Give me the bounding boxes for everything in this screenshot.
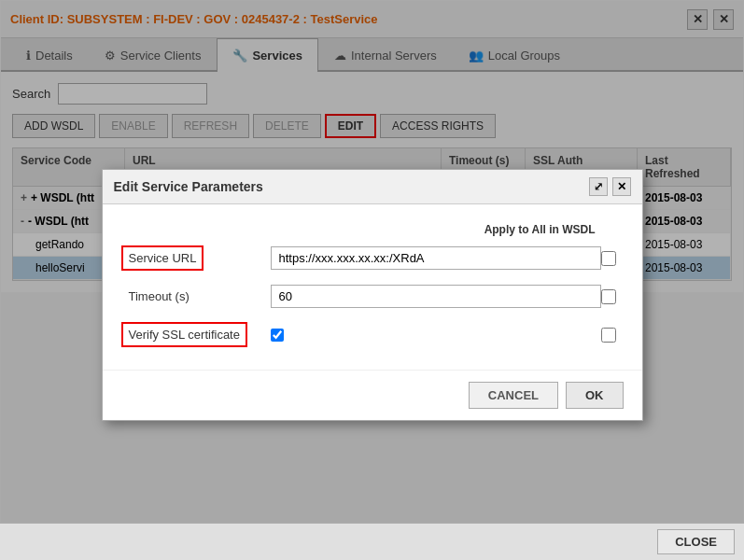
dialog-title-actions: ⤢ ✕ bbox=[589, 177, 631, 196]
service-url-input-row bbox=[271, 246, 624, 270]
timeout-label-wrapper: Timeout (s) bbox=[121, 284, 271, 309]
service-url-apply-checkbox[interactable] bbox=[601, 251, 616, 266]
ssl-row: Verify SSL certificate bbox=[121, 322, 624, 347]
timeout-label: Timeout (s) bbox=[121, 284, 197, 309]
service-url-label-wrapper: Service URL bbox=[121, 245, 271, 271]
service-url-label: Service URL bbox=[121, 245, 204, 271]
ssl-checkbox-wrapper bbox=[271, 329, 284, 342]
dialog-close-button[interactable]: ✕ bbox=[612, 177, 631, 196]
close-button[interactable]: CLOSE bbox=[657, 529, 735, 554]
service-url-row: Service URL bbox=[121, 245, 624, 271]
apply-all-header: Apply to All in WSDL bbox=[121, 223, 624, 236]
ssl-label-wrapper: Verify SSL certificate bbox=[121, 322, 271, 347]
dialog-title: Edit Service Parameters bbox=[114, 179, 263, 194]
dialog-title-bar: Edit Service Parameters ⤢ ✕ bbox=[103, 170, 642, 204]
timeout-row: Timeout (s) bbox=[121, 284, 624, 309]
ssl-checkbox[interactable] bbox=[271, 329, 284, 342]
edit-service-dialog: Edit Service Parameters ⤢ ✕ Apply to All… bbox=[102, 169, 643, 421]
dialog-body: Apply to All in WSDL Service URL Timeout… bbox=[103, 204, 642, 370]
ssl-apply-checkbox[interactable] bbox=[601, 328, 616, 343]
main-window: Client ID: SUBSYSTEM : FI-DEV : GOV : 02… bbox=[0, 0, 744, 523]
timeout-input[interactable] bbox=[271, 285, 601, 308]
dialog-maximize-button[interactable]: ⤢ bbox=[589, 177, 608, 196]
service-url-input[interactable] bbox=[271, 246, 601, 270]
timeout-apply-checkbox[interactable] bbox=[601, 289, 616, 304]
ok-button[interactable]: OK bbox=[566, 382, 624, 409]
dialog-footer: CANCEL OK bbox=[103, 370, 642, 420]
ssl-input-row bbox=[271, 328, 624, 343]
cancel-button[interactable]: CANCEL bbox=[469, 382, 558, 409]
timeout-input-row bbox=[271, 285, 624, 308]
bottom-bar: CLOSE bbox=[0, 523, 744, 560]
modal-overlay: Edit Service Parameters ⤢ ✕ Apply to All… bbox=[1, 1, 743, 522]
ssl-label: Verify SSL certificate bbox=[121, 322, 247, 347]
